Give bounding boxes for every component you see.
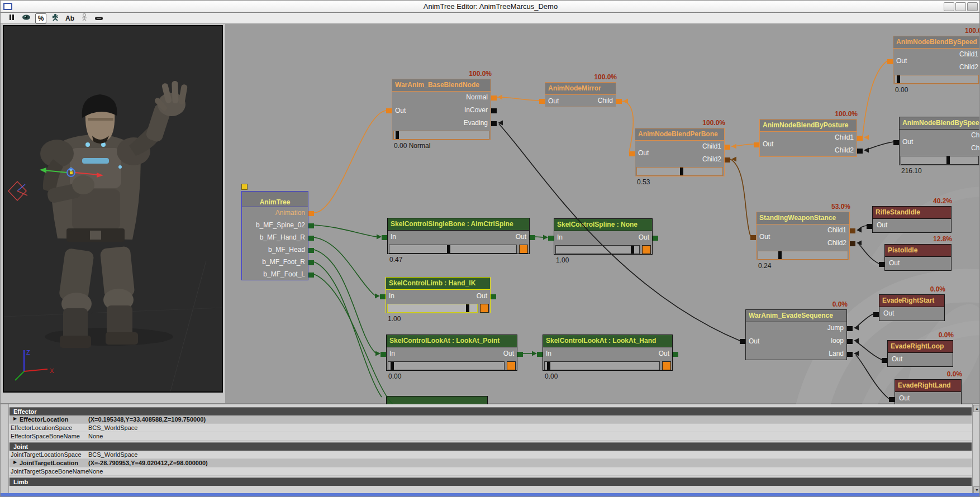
node-animtree[interactable]: AnimTreeAnimationb_MF_Spine_02b_MF_Hand_… (241, 191, 308, 280)
evland-conn-out[interactable] (889, 397, 895, 402)
slider-value-box[interactable] (480, 304, 489, 313)
perbone-conn-child1[interactable] (725, 145, 730, 150)
mirror-conn-out[interactable] (539, 99, 545, 104)
node-limb[interactable]: SkelControlLimb : Hand_IKInOut1.00 (386, 277, 491, 313)
graph-canvas[interactable]: AnimTreeAnimationb_MF_Spine_02b_MF_Hand_… (225, 24, 980, 404)
node-lookat_point[interactable]: SkelControlLookAt : LookAt_PointInOut0.0… (386, 334, 517, 371)
node-spline[interactable]: SkelControlSpline : NoneInOut1.00 (554, 218, 653, 255)
slider-value-box[interactable] (662, 361, 671, 370)
evloop-conn-out[interactable] (882, 358, 887, 363)
lookat_point-conn-in[interactable] (380, 352, 386, 357)
show-bone-names-button[interactable]: Ab (64, 13, 75, 23)
slider-marker[interactable] (466, 304, 469, 312)
property-value[interactable]: (X=0.195348,Y=33.408588,Z=109.750000) (88, 416, 206, 423)
evadeseq-conn-out[interactable] (740, 339, 745, 344)
evadeseq-conn-loop[interactable] (847, 339, 853, 344)
property-row-EffectorLocation[interactable]: ▶EffectorLocation(X=0.195348,Y=33.408588… (9, 415, 972, 424)
slider-value-box[interactable] (642, 245, 651, 254)
node-rifle[interactable]: RifleStandIdle40.2%Out (872, 206, 952, 233)
show-preview-button[interactable] (21, 13, 32, 23)
show-floor-button[interactable] (93, 13, 104, 23)
node-weight-slider[interactable] (393, 131, 489, 140)
singlebone-conn-in[interactable] (382, 235, 387, 240)
spline-conn-out[interactable] (653, 236, 658, 241)
node-weight-slider[interactable] (544, 361, 660, 370)
property-row-JointTargetLocation[interactable]: ▶JointTargetLocation(X=-28.790953,Y=49.0… (9, 459, 972, 467)
pause-button[interactable] (6, 13, 17, 23)
weaponstance-conn-child2[interactable] (850, 241, 855, 246)
node-perbone[interactable]: AnimNodeBlendPerBone100.0%Child1Child2Ou… (635, 128, 725, 176)
pistol-conn-out[interactable] (879, 262, 884, 267)
preview-viewport[interactable]: Z X (3, 25, 223, 393)
byposture-conn-child1[interactable] (857, 136, 863, 141)
clipped-bottom-node[interactable] (386, 396, 488, 404)
close-button[interactable] (967, 2, 978, 11)
property-value[interactable]: None (88, 433, 103, 439)
node-evloop[interactable]: EvadeRightLoop0.0%Out (887, 340, 953, 367)
node-weight-slider[interactable] (388, 361, 505, 370)
lookat_hand-conn-in[interactable] (537, 352, 543, 357)
evstart-conn-out[interactable] (873, 312, 879, 317)
show-percentages-button[interactable]: % (35, 13, 46, 23)
animtree-conn-b_mf_hand_r[interactable] (308, 236, 314, 241)
slider-marker[interactable] (547, 362, 550, 370)
slider-marker[interactable] (778, 251, 782, 259)
property-section-limb[interactable]: Limb (9, 477, 972, 486)
minimize-button[interactable] (944, 2, 954, 11)
slider-marker[interactable] (396, 131, 399, 139)
node-weight-slider[interactable] (389, 245, 517, 254)
mirror-conn-child[interactable] (616, 99, 622, 104)
slider-marker[interactable] (447, 245, 450, 253)
property-value[interactable]: BCS_WorldSpace (88, 451, 137, 458)
node-weight-slider[interactable] (758, 251, 848, 260)
animtree-conn-b_mf_head[interactable] (308, 248, 314, 253)
animtree-conn-b_mf_foot_l[interactable] (308, 273, 314, 278)
node-byspeed_top[interactable]: AnimNodeBlendBySpeed100.0%Child1Child2Ou… (893, 36, 980, 84)
property-value[interactable]: (X=-28.790953,Y=49.020412,Z=98.000000) (88, 460, 208, 466)
title-bar[interactable]: AnimTree Editor: AnimTreeMarcus_Demo (1, 1, 980, 13)
slider-value-box[interactable] (507, 361, 516, 370)
baseblend-conn-evading[interactable] (491, 121, 497, 126)
slider-marker[interactable] (680, 168, 683, 175)
rifle-conn-out[interactable] (867, 224, 872, 229)
property-section-joint[interactable]: Joint (9, 442, 972, 451)
slider-marker[interactable] (946, 156, 950, 164)
lookat_point-conn-out[interactable] (517, 352, 523, 357)
slider-marker[interactable] (631, 246, 634, 254)
node-weight-slider[interactable] (555, 245, 640, 254)
slider-value-box[interactable] (519, 245, 528, 254)
property-scrollbar[interactable]: ▲ ▼ (972, 404, 980, 494)
node-byspeed_right[interactable]: AnimNodeBlendBySpeedChild1Child2Out216.1… (899, 117, 980, 165)
maximize-button[interactable] (955, 2, 966, 11)
byspeed_top-conn-out[interactable] (887, 59, 893, 64)
baseblend-conn-out[interactable] (386, 108, 392, 113)
animtree-conn-b_mf_foot_r[interactable] (308, 260, 314, 265)
byposture-conn-out[interactable] (754, 142, 759, 147)
property-row-EffectorLocationSpace[interactable]: EffectorLocationSpaceBCS_WorldSpace (9, 424, 972, 432)
weaponstance-conn-out[interactable] (750, 235, 756, 240)
expander-icon[interactable]: ▶ (13, 460, 17, 465)
node-weight-slider[interactable] (636, 167, 723, 176)
node-weight-slider[interactable] (895, 75, 979, 84)
byspeed_right-conn-out[interactable] (893, 140, 899, 145)
node-evstart[interactable]: EvadeRightStart0.0%Out (879, 294, 945, 321)
node-mirror[interactable]: AnimNodeMirror100.0%ChildOut (545, 82, 616, 107)
animtree-conn-b_mf_spine_02[interactable] (308, 223, 314, 228)
limb-conn-out[interactable] (491, 294, 496, 299)
node-singlebone[interactable]: SkelControlSingleBone : AimCtrlSpineInOu… (387, 218, 530, 254)
property-row-JointTargetSpaceBoneName[interactable]: JointTargetSpaceBoneNameNone (9, 467, 972, 476)
limb-conn-in[interactable] (380, 294, 386, 299)
weaponstance-conn-child1[interactable] (850, 228, 855, 233)
node-evadeseq[interactable]: WarAnim_EvadeSequence0.0%JumploopLandOut (745, 309, 847, 360)
perbone-conn-child2[interactable] (725, 157, 730, 163)
node-baseblend[interactable]: WarAnim_BaseBlendNode100.0%NormalInCover… (392, 79, 491, 140)
singlebone-conn-out[interactable] (530, 235, 535, 240)
node-weight-slider[interactable] (387, 304, 478, 313)
node-lookat_hand[interactable]: SkelControlLookAt : LookAt_HandInOut0.00 (543, 334, 673, 371)
node-weaponstance[interactable]: StandingWeaponStance53.0%Child1Child2Out… (756, 212, 850, 260)
scroll-up-icon[interactable]: ▲ (973, 405, 980, 412)
node-byposture[interactable]: AnimNodeBlendByPosture100.0%Child1Child2… (759, 119, 857, 157)
baseblend-conn-incover[interactable] (491, 108, 497, 113)
byposture-conn-child2[interactable] (857, 149, 863, 154)
show-skeleton-button[interactable] (50, 13, 61, 23)
